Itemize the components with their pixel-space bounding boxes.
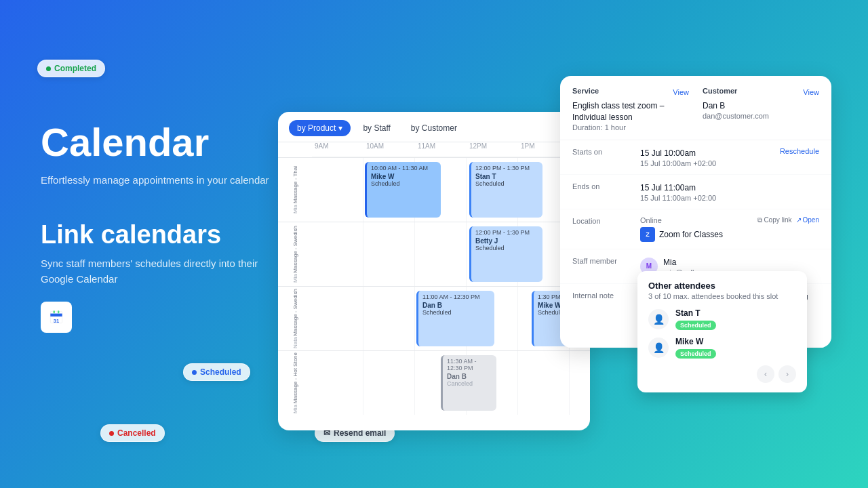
customer-email: dan@customer.com (703, 112, 819, 120)
appt-dan-b-nata[interactable]: 11:00 AM - 12:30 PM Dan B Scheduled (416, 291, 494, 346)
ends-date: 15 Jul 11:00am (640, 182, 819, 194)
service-view-link[interactable]: View (673, 88, 689, 96)
link-calendars-sub: Sync staff members' schedules directly i… (41, 256, 271, 287)
attendee-status-stan: Scheduled (675, 321, 716, 330)
staff-label-swedish-mia: Massage - Swedish Mia (278, 222, 312, 286)
calendar-grid: Massage - Thai Mia Massage - Swedish Mia… (278, 142, 590, 430)
tab-by-product[interactable]: by Product ▾ (289, 120, 351, 136)
grid-row-2: 12:00 PM - 1:30 PM Betty J Scheduled (312, 222, 590, 286)
attendee-name-stan: Stan T (675, 308, 716, 318)
scheduled-dot (192, 370, 197, 375)
detail-header: Service View English class test zoom – I… (560, 76, 831, 140)
cancelled-badge: Cancelled (100, 424, 165, 442)
svg-text:31: 31 (54, 318, 59, 324)
svg-rect-3 (54, 311, 55, 314)
attendee-avatar-mike: 👤 (648, 338, 669, 358)
starts-label: Starts on (572, 147, 633, 156)
zoom-icon: Z (640, 227, 655, 242)
ends-tz: 15 Jul 11:00am +02:00 (640, 194, 819, 202)
hero-section: Calendar Effortlessly manage appointment… (41, 122, 271, 333)
grid-row-4: 11:30 AM - 12:30 PM Dan B Canceled (312, 350, 590, 415)
service-label: Service (572, 87, 599, 95)
attendee-status-mike: Scheduled (675, 349, 716, 359)
time-headers: 9AM 10AM 11AM 12PM 1PM 2PM (312, 142, 590, 157)
detail-starts-row: Starts on 15 Jul 10:00am 15 Jul 10:00am … (560, 140, 831, 175)
attendee-item-stan: 👤 Stan T Scheduled (648, 308, 796, 330)
starts-date: 15 Jul 10:00am (640, 147, 773, 159)
starts-tz: 15 Jul 10:00am +02:00 (640, 159, 773, 167)
external-link-icon: ↗ (796, 216, 802, 224)
detail-ends-row: Ends on 15 Jul 11:00am 15 Jul 11:00am +0… (560, 175, 831, 209)
location-name: Zoom for Classes (659, 228, 751, 241)
svg-rect-4 (58, 311, 59, 314)
open-link-button[interactable]: ↗ Open (796, 216, 819, 224)
appt-mike-w-thai[interactable]: 10:00 AM - 11:30 AM Mike W Scheduled (365, 162, 441, 218)
grid-row-1: 10:00 AM - 11:30 AM Mike W Scheduled 12:… (312, 157, 590, 222)
detail-service: Service View English class test zoom – I… (572, 87, 689, 131)
completed-badge: Completed (37, 60, 105, 77)
attendees-prev-button[interactable]: ‹ (757, 365, 774, 383)
cancelled-dot (109, 431, 114, 436)
copy-icon: ⧉ (757, 216, 762, 224)
google-calendar-icon: 31 (41, 302, 72, 333)
appt-dan-b-hotstone-cancelled[interactable]: 11:30 AM - 12:30 PM Dan B Canceled (441, 355, 496, 411)
reschedule-button[interactable]: Reschedule (780, 147, 819, 155)
location-label: Location (572, 216, 633, 225)
service-name: English class test zoom – Individual les… (572, 100, 689, 123)
cancelled-label: Cancelled (117, 428, 156, 438)
attendee-name-mike: Mike W (675, 337, 716, 346)
scheduled-badge: Scheduled (183, 363, 250, 381)
calendar-card: by Product ▾ by Staff by Customer Massag… (278, 112, 590, 430)
note-label: Internal note (572, 291, 633, 300)
grid-row-3: 11:00 AM - 12:30 PM Dan B Scheduled 1:30… (312, 286, 590, 350)
tab-by-staff[interactable]: by Staff (355, 120, 398, 136)
detail-location-row: Location Online Z Zoom for Classes ⧉ Cop… (560, 209, 831, 249)
completed-label: Completed (54, 64, 96, 73)
calendar-tabs: by Product ▾ by Staff by Customer (278, 112, 590, 142)
scheduled-label: Scheduled (200, 367, 241, 377)
hero-title: Calendar (41, 122, 271, 163)
hero-subtitle: Effortlessly manage appointments in your… (41, 173, 271, 188)
chevron-down-icon: ▾ (338, 123, 342, 133)
staff-labels-column: Massage - Thai Mia Massage - Swedish Mia… (278, 142, 312, 430)
service-duration: Duration: 1 hour (572, 123, 689, 131)
tab-by-customer[interactable]: by Customer (403, 120, 465, 136)
staff-name: Mia (663, 256, 712, 268)
calendar-body: 9AM 10AM 11AM 12PM 1PM 2PM 10:00 AM - 11… (312, 142, 590, 430)
attendees-pagination: ‹ › (648, 365, 796, 383)
attendee-item-mike: 👤 Mike W Scheduled (648, 337, 796, 359)
customer-name: Dan B (703, 100, 819, 112)
attendees-popup: Other attendees 3 of 10 max. attendees b… (637, 271, 807, 392)
copy-link-button[interactable]: ⧉ Copy link (757, 216, 791, 224)
staff-label-swedish-nata: Massage - Swedish Nata (278, 286, 312, 350)
svg-rect-1 (50, 314, 62, 317)
location-type: Online (640, 216, 751, 224)
customer-label: Customer (703, 87, 737, 95)
attendees-next-button[interactable]: › (778, 365, 796, 383)
staff-label: Staff member (572, 256, 633, 265)
attendees-title: Other attendees (648, 281, 796, 291)
detail-customer: Customer View Dan B dan@customer.com (703, 87, 819, 131)
attendee-avatar-stan: 👤 (648, 309, 669, 329)
customer-view-link[interactable]: View (803, 88, 819, 96)
ends-label: Ends on (572, 182, 633, 190)
staff-label-thai-mia: Massage - Thai Mia (278, 157, 312, 222)
attendees-count: 3 of 10 max. attendees booked this slot (648, 292, 796, 300)
appt-stan-t-thai[interactable]: 12:00 PM - 1:30 PM Stan T Scheduled (469, 162, 542, 218)
staff-label-hotstone-mia: Massage - Hot Stone Mia (278, 350, 312, 415)
completed-dot (46, 66, 51, 71)
link-calendars-title: Link calendars (41, 220, 271, 249)
appt-betty-j-swedish[interactable]: 12:00 PM - 1:30 PM Betty J Scheduled (469, 226, 542, 282)
